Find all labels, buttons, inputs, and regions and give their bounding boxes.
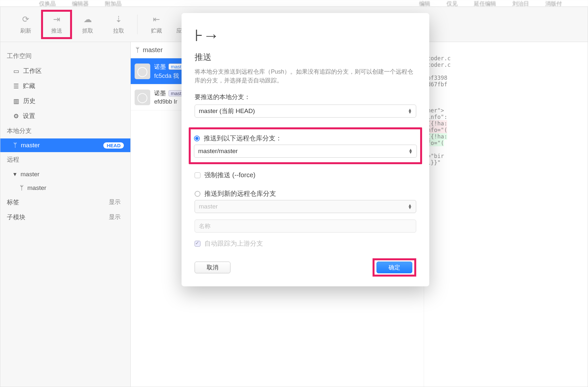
remote-branch-select[interactable]: master/master ▲▼ bbox=[194, 145, 417, 158]
radio-checked-icon[interactable] bbox=[194, 136, 200, 141]
dialog-title: 推送 bbox=[195, 51, 416, 63]
chevron-updown-icon: ▲▼ bbox=[408, 108, 412, 114]
sidebar-item-workdir[interactable]: ▭ 工作区 bbox=[0, 64, 130, 79]
code-line: ner"> bbox=[427, 107, 444, 114]
chevron-updown-icon: ▲▼ bbox=[408, 204, 412, 209]
push-existing-radio-row[interactable]: 推送到以下远程仓库分支： bbox=[194, 132, 417, 145]
avatar: ◯ bbox=[135, 64, 150, 79]
push-new-radio-row[interactable]: 推送到新的远程仓库分支 bbox=[195, 187, 416, 200]
fetch-button[interactable]: ☁ 抓取 bbox=[72, 10, 103, 39]
refresh-button[interactable]: ⟳ 刷新 bbox=[10, 10, 41, 39]
cancel-label: 取消 bbox=[207, 264, 218, 271]
head-badge: HEAD bbox=[103, 142, 124, 149]
menu-item[interactable]: 刘治日 bbox=[512, 0, 529, 7]
sidebar-item-stash[interactable]: ☰ 贮藏 bbox=[0, 79, 130, 93]
local-branch-label: 要推送的本地分支： bbox=[195, 93, 416, 101]
code-line: ="bir bbox=[427, 153, 444, 159]
folder-icon: ▭ bbox=[13, 67, 19, 75]
sidebar-row-tags: 标签 显示 bbox=[0, 195, 130, 210]
sidebar-row-submodules: 子模块 显示 bbox=[0, 210, 130, 225]
menu-item[interactable]: 仅换品 bbox=[39, 0, 56, 7]
fetch-label: 抓取 bbox=[82, 27, 93, 35]
sidebar-label: 历史 bbox=[23, 97, 36, 105]
commit-hash: fc5cda bbox=[154, 73, 171, 79]
menu-item[interactable]: 附加品 bbox=[105, 0, 122, 7]
radio-unchecked-icon[interactable] bbox=[195, 191, 200, 197]
toolbar-separator bbox=[137, 15, 138, 34]
commit-author: 诺墨 bbox=[154, 63, 166, 71]
code-line: {{!ha: bbox=[427, 133, 447, 140]
select-value: master/master bbox=[198, 148, 238, 155]
force-push-label: 强制推送 (--force) bbox=[204, 171, 256, 179]
gear-icon: ⚙ bbox=[13, 112, 19, 120]
push-icon: ⇥ bbox=[53, 14, 60, 24]
dialog-footer: 取消 确定 bbox=[195, 258, 416, 277]
sidebar-label: 贮藏 bbox=[23, 82, 35, 90]
checkbox-unchecked-icon[interactable] bbox=[195, 172, 200, 178]
sidebar-item-history[interactable]: ▥ 历史 bbox=[0, 93, 130, 108]
show-tags-button[interactable]: 显示 bbox=[109, 198, 121, 207]
branch-icon: ᛘ bbox=[20, 184, 23, 192]
name-input: 名称 bbox=[195, 220, 416, 233]
push-button[interactable]: ⇥ 推送 bbox=[41, 10, 72, 39]
code-line: pf3398 bbox=[427, 75, 447, 81]
confirm-button[interactable]: 确定 bbox=[376, 262, 412, 273]
sidebar-item-remote-master-branch[interactable]: ᛘ master bbox=[0, 181, 130, 195]
code-line: nfo="( bbox=[427, 127, 447, 133]
commit-hash: efd9bb bbox=[154, 98, 172, 105]
sidebar-heading-submodules: 子模块 bbox=[7, 213, 25, 222]
push-dialog-icon: ⊦→ bbox=[195, 26, 416, 45]
force-push-checkbox-row[interactable]: 强制推送 (--force) bbox=[195, 169, 416, 181]
code-line: fo="( bbox=[427, 140, 444, 146]
fetch-icon: ☁ bbox=[83, 14, 92, 24]
refresh-label: 刷新 bbox=[20, 27, 31, 35]
sidebar-label: 设置 bbox=[23, 112, 35, 120]
menu-item[interactable]: 消版付 bbox=[545, 0, 562, 7]
local-branch-select[interactable]: master (当前 HEAD) ▲▼ bbox=[195, 105, 416, 118]
stash-button[interactable]: ⇤ 贮藏 bbox=[141, 10, 172, 39]
commit-msg: Ir bbox=[174, 98, 177, 105]
select-value: master bbox=[199, 203, 218, 210]
highlighted-remote-section: 推送到以下远程仓库分支： master/master ▲▼ bbox=[189, 127, 422, 164]
code-line: l}}" bbox=[427, 159, 441, 166]
code-line: {{!ha: bbox=[427, 120, 447, 127]
push-dialog: ⊦→ 推送 将本地分支推送到远程仓库（Push）。如果没有追踪的分支，则可以创建… bbox=[182, 13, 429, 286]
auto-track-label: 自动跟踪为上游分支 bbox=[204, 239, 263, 248]
sidebar-heading-remote: 远程 bbox=[0, 152, 130, 167]
menu-item[interactable]: 编辑器 bbox=[72, 0, 89, 7]
code-line: coder.c bbox=[427, 55, 451, 62]
menu-item[interactable]: 延任编辑 bbox=[474, 0, 496, 7]
show-submodules-button[interactable]: 显示 bbox=[109, 213, 121, 222]
sidebar-heading-workspace: 工作空间 bbox=[0, 49, 130, 64]
stash-icon: ⇤ bbox=[153, 14, 160, 24]
sidebar-item-remote-master[interactable]: ▾ master bbox=[0, 167, 130, 181]
code-line: info": bbox=[427, 114, 447, 120]
push-new-label: 推送到新的远程仓库分支 bbox=[204, 189, 276, 198]
sidebar-item-master[interactable]: ᛘ master HEAD bbox=[0, 138, 130, 152]
menu-item[interactable]: 编辑 bbox=[419, 0, 430, 7]
push-existing-label: 推送到以下远程仓库分支： bbox=[204, 134, 282, 143]
sidebar-label: master bbox=[27, 184, 46, 192]
sidebar-heading-local-branches: 本地分支 bbox=[0, 123, 130, 138]
confirm-highlight: 确定 bbox=[373, 258, 416, 277]
sidebar-item-settings[interactable]: ⚙ 设置 bbox=[0, 108, 130, 123]
new-remote-select: master ▲▼ bbox=[195, 200, 416, 213]
commit-msg: 我 bbox=[173, 73, 179, 79]
input-placeholder: 名称 bbox=[199, 222, 211, 230]
top-menu: 仅换品 编辑器 附加品 编辑 仅见 延任编辑 刘治日 消版付 bbox=[0, 0, 588, 7]
commit-author: 诺墨 bbox=[154, 89, 166, 97]
checkbox-checked-icon bbox=[195, 241, 200, 247]
menu-item[interactable]: 仅见 bbox=[447, 0, 458, 7]
stack-icon: ☰ bbox=[13, 82, 19, 90]
cancel-button[interactable]: 取消 bbox=[195, 262, 230, 273]
push-label: 推送 bbox=[51, 27, 62, 35]
code-line: coder.c bbox=[427, 62, 451, 68]
bars-icon: ▥ bbox=[13, 97, 19, 105]
pull-button[interactable]: ⇣ 拉取 bbox=[103, 10, 134, 39]
pull-label: 拉取 bbox=[113, 27, 124, 35]
sidebar-label: master bbox=[21, 142, 40, 149]
sidebar-label: 工作区 bbox=[23, 67, 42, 75]
chevron-down-icon: ▾ bbox=[13, 170, 17, 178]
auto-track-row: 自动跟踪为上游分支 bbox=[195, 237, 416, 250]
select-value: master (当前 HEAD) bbox=[199, 107, 255, 115]
